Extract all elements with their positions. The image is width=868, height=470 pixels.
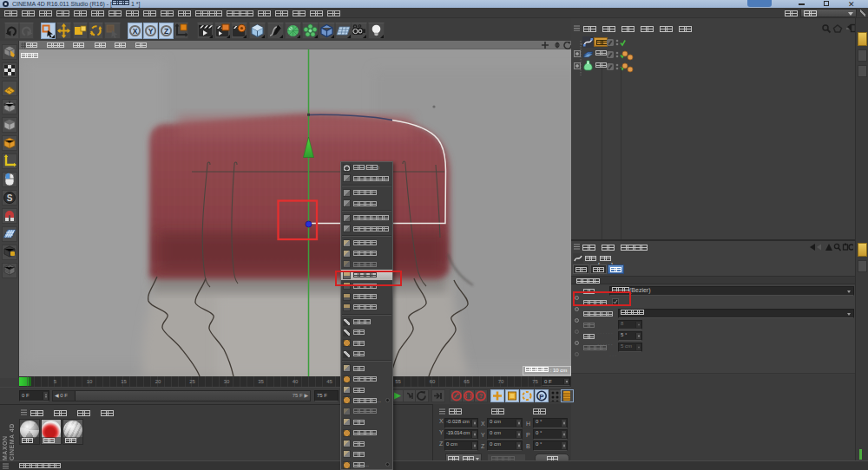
svg-text:X: X	[133, 27, 138, 36]
svg-text:S: S	[7, 193, 13, 203]
svg-text:Y: Y	[148, 27, 154, 36]
svg-text:P: P	[539, 393, 544, 401]
svg-text:?: ?	[479, 393, 483, 399]
svg-text:Z: Z	[164, 27, 168, 36]
